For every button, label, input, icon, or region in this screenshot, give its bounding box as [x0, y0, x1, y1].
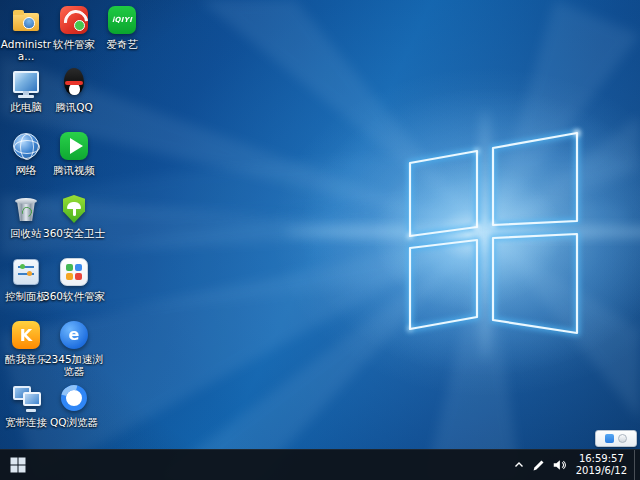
desktop-icon-grid: Administra... 软件管家 iQIYI 爱奇艺 此电脑 腾讯QQ 网络…	[2, 4, 146, 445]
desktop-icon-broadband-connection[interactable]: 宽带连接	[2, 382, 50, 445]
floating-toolbar-settings-icon[interactable]	[618, 434, 627, 443]
desktop-icon-tencent-video[interactable]: 腾讯视频	[50, 130, 98, 193]
tencent-qq-icon	[58, 67, 90, 99]
desktop-icon-360-safety-guard[interactable]: 360安全卫士	[50, 193, 98, 256]
desktop-icon-label: 360软件管家	[42, 290, 106, 302]
volume-tray-button[interactable]	[549, 450, 569, 480]
desktop-icon-control-panel[interactable]: 控制面板	[2, 256, 50, 319]
floating-toolbar-app-icon[interactable]	[605, 434, 614, 443]
control-panel-icon	[10, 256, 42, 288]
desktop-icon-label: 腾讯视频	[42, 164, 106, 176]
tencent-video-icon	[58, 130, 90, 162]
clock-date: 2019/6/12	[576, 465, 627, 477]
floating-toolbar[interactable]	[595, 430, 637, 447]
desktop-icon-user-folder[interactable]: Administra...	[2, 4, 50, 67]
clock-time: 16:59:57	[576, 453, 627, 465]
desktop-icon-software-manager[interactable]: 软件管家	[50, 4, 98, 67]
recycle-bin-icon	[10, 193, 42, 225]
desktop-icon-360-software-manager[interactable]: 360软件管家	[50, 256, 98, 319]
hidden-icons-button[interactable]	[509, 450, 529, 480]
desktop-icon-this-pc[interactable]: 此电脑	[2, 67, 50, 130]
system-tray: 16:59:57 2019/6/12	[509, 450, 640, 480]
taskbar-clock[interactable]: 16:59:57 2019/6/12	[569, 453, 634, 477]
network-icon	[10, 130, 42, 162]
desktop-icon-recycle-bin[interactable]: 回收站	[2, 193, 50, 256]
desktop-icon-2345-browser[interactable]: e 2345加速浏览器	[50, 319, 98, 382]
desktop-icon-label: 2345加速浏览器	[42, 353, 106, 377]
desktop-icon-label: QQ浏览器	[42, 416, 106, 428]
pen-icon	[532, 459, 545, 472]
this-pc-icon	[10, 67, 42, 99]
desktop-icon-label: 360安全卫士	[42, 227, 106, 239]
desktop-icon-qq-browser[interactable]: QQ浏览器	[50, 382, 98, 445]
software-manager-icon	[58, 4, 90, 36]
desktop-screen: Administra... 软件管家 iQIYI 爱奇艺 此电脑 腾讯QQ 网络…	[0, 0, 640, 480]
taskbar: 16:59:57 2019/6/12	[0, 449, 640, 480]
chevron-up-icon	[513, 459, 525, 471]
2345-browser-icon: e	[58, 319, 90, 351]
desktop-icon-network[interactable]: 网络	[2, 130, 50, 193]
desktop-icon-label: 爱奇艺	[90, 38, 154, 50]
pen-input-tray-button[interactable]	[529, 450, 549, 480]
360-safety-guard-icon	[58, 193, 90, 225]
iqiyi-icon: iQIYI	[106, 4, 138, 36]
desktop-icon-tencent-qq[interactable]: 腾讯QQ	[50, 67, 98, 130]
windows-logo-icon	[10, 457, 26, 473]
show-desktop-button[interactable]	[634, 450, 640, 480]
start-button[interactable]	[0, 450, 36, 480]
desktop-icon-iqiyi[interactable]: iQIYI 爱奇艺	[98, 4, 146, 67]
qq-browser-icon	[58, 382, 90, 414]
desktop-icon-label: 腾讯QQ	[42, 101, 106, 113]
kuwo-music-icon: K	[10, 319, 42, 351]
speaker-icon	[552, 458, 566, 472]
user-folder-icon	[10, 4, 42, 36]
broadband-connection-icon	[10, 382, 42, 414]
360-software-manager-icon	[58, 256, 90, 288]
